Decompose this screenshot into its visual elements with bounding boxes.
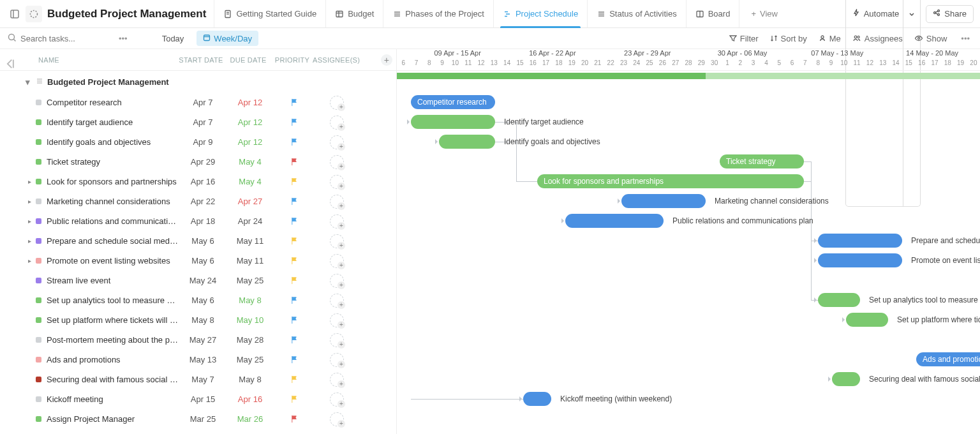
- share-button[interactable]: Share: [926, 5, 974, 23]
- caret-right-icon[interactable]: ▸: [28, 257, 36, 264]
- task-priority[interactable]: [274, 98, 315, 107]
- task-assignee[interactable]: [315, 393, 359, 407]
- task-priority[interactable]: [274, 415, 315, 423]
- task-assignee[interactable]: [315, 234, 359, 248]
- me-filter-button[interactable]: Me: [819, 34, 841, 43]
- gantt-bar[interactable]: [621, 194, 706, 208]
- sidebar-toggle-icon[interactable]: [6, 6, 23, 22]
- task-priority[interactable]: [274, 158, 315, 166]
- page-title[interactable]: Budgeted Project Management: [45, 8, 211, 20]
- task-priority[interactable]: [274, 118, 315, 126]
- task-row[interactable]: Ads and promotionsMay 13May 25: [0, 350, 396, 370]
- task-row[interactable]: Set up analytics tool to measure social …: [0, 290, 396, 310]
- task-priority[interactable]: [274, 355, 315, 364]
- sort-button[interactable]: Sort by: [770, 34, 807, 43]
- task-row[interactable]: Set up platform where tickets will be so…: [0, 310, 396, 330]
- task-start-date[interactable]: May 6: [179, 296, 226, 305]
- caret-right-icon[interactable]: ▸: [28, 178, 36, 185]
- task-assignee[interactable]: [315, 214, 359, 228]
- task-row[interactable]: ▸Look for sponsors and partnershipsApr 1…: [0, 172, 396, 191]
- task-start-date[interactable]: Apr 29: [179, 157, 226, 167]
- task-row[interactable]: ▸Prepare and schedule social media posts…: [0, 231, 396, 251]
- task-due-date[interactable]: Apr 24: [226, 216, 274, 226]
- tab-project-schedule[interactable]: Project Schedule: [494, 0, 588, 27]
- task-row[interactable]: Identify goals and objectivesApr 9Apr 12: [0, 132, 396, 152]
- task-due-date[interactable]: May 11: [226, 236, 274, 246]
- task-start-date[interactable]: May 13: [179, 355, 226, 364]
- task-row[interactable]: Competitor researchApr 7Apr 12: [0, 93, 396, 112]
- gantt-bar[interactable]: Look for sponsors and partnerships: [537, 174, 804, 188]
- caret-right-icon[interactable]: ▸: [28, 218, 36, 225]
- tab-board[interactable]: Board: [687, 0, 740, 27]
- gantt-bar[interactable]: [846, 313, 888, 327]
- task-priority[interactable]: [274, 197, 315, 206]
- column-due-date[interactable]: Due Date: [225, 56, 272, 64]
- task-assignee[interactable]: [315, 333, 359, 347]
- task-assignee[interactable]: [315, 195, 359, 209]
- task-assignee[interactable]: [315, 313, 359, 327]
- group-row[interactable]: ▾ Budgeted Project Management: [0, 71, 396, 93]
- task-row[interactable]: ▸Marketing channel considerationsApr 22A…: [0, 191, 396, 211]
- weekday-toggle[interactable]: Week/Day: [197, 31, 258, 46]
- task-assignee[interactable]: [315, 274, 359, 288]
- add-column-button[interactable]: +: [381, 54, 392, 66]
- task-due-date[interactable]: May 4: [226, 157, 274, 167]
- task-priority[interactable]: [274, 257, 315, 265]
- task-priority[interactable]: [274, 375, 315, 384]
- task-assignee[interactable]: [315, 155, 359, 169]
- add-view-button[interactable]: + View: [742, 9, 787, 19]
- task-row[interactable]: Securing deal with famous social media i…: [0, 370, 396, 389]
- column-name[interactable]: NAME: [38, 56, 177, 64]
- gantt-body[interactable]: Competitor researchIdentify target audie…: [397, 71, 980, 434]
- task-start-date[interactable]: May 8: [179, 315, 226, 325]
- tab-budget[interactable]: Budget: [326, 0, 383, 27]
- task-start-date[interactable]: Apr 7: [179, 117, 226, 127]
- task-priority[interactable]: [274, 217, 315, 225]
- task-due-date[interactable]: Apr 27: [226, 197, 274, 206]
- tab-status-of-activities[interactable]: Status of Activities: [588, 0, 687, 27]
- task-due-date[interactable]: May 28: [226, 335, 274, 345]
- gantt-bar[interactable]: [832, 372, 860, 386]
- tab-phases-of-the-project[interactable]: Phases of the Project: [383, 0, 494, 27]
- task-start-date[interactable]: May 24: [179, 276, 226, 285]
- gantt-bar[interactable]: [565, 214, 664, 228]
- column-assignee[interactable]: Assignee(s): [313, 56, 357, 64]
- tab-getting-started-guide[interactable]: Getting Started Guide: [214, 0, 326, 27]
- task-assignee[interactable]: [315, 353, 359, 367]
- task-assignee[interactable]: [315, 96, 359, 110]
- show-button[interactable]: Show: [914, 34, 947, 43]
- task-start-date[interactable]: Apr 15: [179, 394, 226, 404]
- task-start-date[interactable]: Apr 16: [179, 177, 226, 186]
- task-start-date[interactable]: Apr 22: [179, 197, 226, 206]
- task-priority[interactable]: [274, 237, 315, 245]
- task-priority[interactable]: [274, 296, 315, 304]
- task-assignee[interactable]: [315, 373, 359, 387]
- filter-button[interactable]: Filter: [729, 34, 759, 43]
- today-button[interactable]: Today: [156, 31, 191, 46]
- task-start-date[interactable]: Apr 7: [179, 98, 226, 107]
- gantt-bar[interactable]: [523, 392, 551, 406]
- task-row[interactable]: Identify target audienceApr 7Apr 12: [0, 112, 396, 132]
- task-due-date[interactable]: Apr 12: [226, 98, 274, 107]
- task-due-date[interactable]: Apr 16: [226, 394, 274, 404]
- gantt-pane[interactable]: 09 Apr - 15 Apr16 Apr - 22 Apr23 Apr - 2…: [397, 49, 980, 434]
- task-priority[interactable]: [274, 276, 315, 285]
- task-row[interactable]: ▸Public relations and communications pla…: [0, 211, 396, 231]
- task-due-date[interactable]: May 8: [226, 296, 274, 305]
- gantt-bar[interactable]: [439, 135, 495, 149]
- task-row[interactable]: Kickoff meetingApr 15Apr 16: [0, 389, 396, 409]
- gantt-bar[interactable]: Ads and promotions: [916, 352, 980, 366]
- task-due-date[interactable]: May 11: [226, 256, 274, 266]
- task-priority[interactable]: [274, 177, 315, 186]
- task-due-date[interactable]: May 8: [226, 375, 274, 384]
- task-assignee[interactable]: [315, 116, 359, 130]
- task-start-date[interactable]: May 6: [179, 236, 226, 246]
- column-priority[interactable]: Priority: [272, 56, 313, 64]
- task-start-date[interactable]: Apr 18: [179, 216, 226, 226]
- task-due-date[interactable]: May 25: [226, 355, 274, 364]
- search-input-wrapper[interactable]: [8, 33, 110, 44]
- search-input[interactable]: [20, 34, 97, 43]
- task-row[interactable]: Assign Project ManagerMar 25Mar 26: [0, 409, 396, 429]
- task-due-date[interactable]: Apr 12: [226, 137, 274, 147]
- task-start-date[interactable]: May 6: [179, 256, 226, 266]
